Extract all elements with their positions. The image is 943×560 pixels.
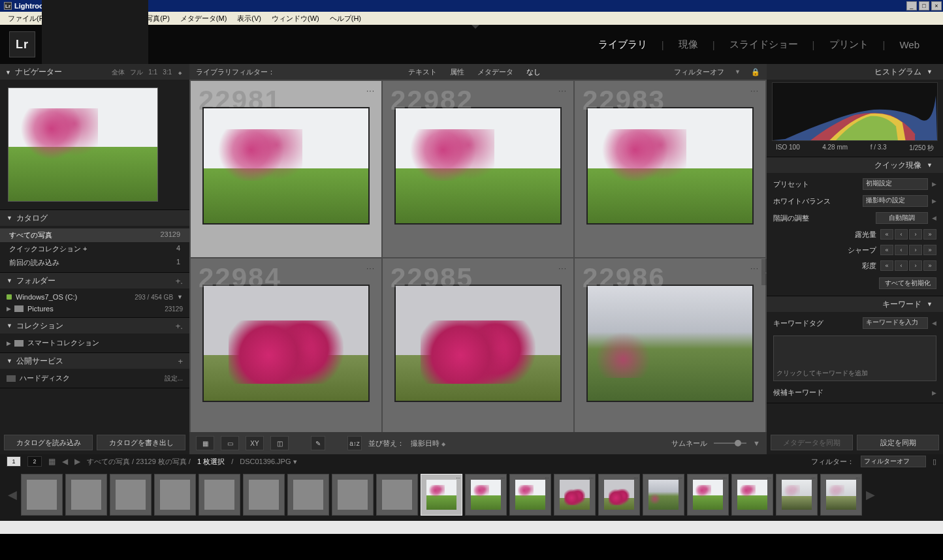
cell-menu-icon[interactable]: ∙∙∙ (545, 475, 549, 481)
zoom-level-option[interactable]: フル (130, 69, 143, 76)
cell-menu-icon[interactable]: ∙∙∙ (722, 475, 727, 481)
grid-icon[interactable]: ▦ (48, 457, 56, 466)
chevron-down-icon[interactable]: ▼ (7, 322, 12, 329)
filmstrip-cell[interactable]: ∙∙∙ (598, 474, 640, 516)
keyword-tag-dropdown[interactable]: キーワードを入力 (863, 317, 928, 329)
smart-collection-row[interactable]: ▶ スマートコレクション (0, 336, 189, 350)
histogram-display[interactable] (772, 82, 938, 141)
thumbnail-size-slider[interactable] (714, 443, 746, 444)
whitebalance-dropdown[interactable]: 撮影時の設定 (863, 195, 928, 207)
filmstrip-cell[interactable] (110, 474, 152, 516)
add-publish-button[interactable]: + (178, 356, 183, 366)
zoom-level-option[interactable]: 全体 (112, 69, 125, 76)
exposure-stepper[interactable]: «‹›» (880, 229, 936, 240)
zoom-level-option[interactable]: 1:1 (148, 69, 157, 76)
right-panel-toggle-icon[interactable]: ▶ (761, 259, 767, 285)
cell-menu-icon[interactable]: ∙∙∙ (366, 86, 375, 95)
lock-icon[interactable]: 🔒 (751, 68, 760, 76)
grid-cell[interactable]: 22982∙∙∙ (383, 81, 573, 257)
chevron-right-icon[interactable]: ▶ (7, 340, 11, 347)
chevron-down-icon[interactable]: ▼ (927, 69, 933, 75)
chevron-down-icon[interactable]: ▼ (7, 215, 12, 221)
chevron-left-icon[interactable]: ◀ (928, 215, 936, 221)
filter-type-button[interactable]: メタデータ (477, 68, 513, 76)
navigator-preview[interactable] (8, 87, 158, 202)
import-catalog-button[interactable]: カタログを読み込み (4, 435, 93, 450)
filmstrip-cell[interactable]: ∙∙∙ (465, 474, 507, 516)
cell-menu-icon[interactable]: ∙∙∙ (678, 475, 682, 481)
publish-setup-button[interactable]: 設定... (165, 374, 183, 383)
thumbnail-image[interactable] (202, 285, 370, 402)
filmstrip-cell[interactable]: ∙∙∙ (776, 474, 818, 516)
filmstrip-cell[interactable]: ∙∙∙ (554, 474, 596, 516)
sort-direction-button[interactable]: a↕z (347, 436, 362, 450)
filmstrip-cell[interactable] (65, 474, 107, 516)
loupe-view-button[interactable]: ▭ (221, 436, 239, 450)
grid-cell[interactable]: 22984∙∙∙ (191, 258, 381, 432)
menu-item[interactable]: メタデータ(M) (175, 12, 232, 25)
filmstrip-cell[interactable]: ∙∙∙ (643, 474, 684, 516)
current-filename[interactable]: DSC01396.JPG ▾ (240, 458, 296, 466)
menu-item[interactable]: ヘルプ(H) (325, 12, 366, 25)
restore-button[interactable]: □ (919, 1, 929, 10)
cell-menu-icon[interactable]: ∙∙∙ (633, 475, 638, 481)
filmstrip-cell[interactable] (332, 474, 374, 516)
volume-row[interactable]: Windows7_OS (C:) 293 / 454 GB ▼ (0, 291, 189, 303)
cell-menu-icon[interactable]: ∙∙∙ (855, 475, 860, 481)
compare-view-button[interactable]: XY (246, 436, 264, 450)
module-tab[interactable]: スライドショー (729, 39, 798, 51)
filmstrip-cell[interactable] (287, 474, 329, 516)
sync-settings-button[interactable]: 設定を同期 (857, 435, 939, 450)
zoom-dropdown-icon[interactable]: ◆ (177, 70, 182, 75)
cell-menu-icon[interactable]: ∙∙∙ (366, 264, 375, 273)
cell-menu-icon[interactable]: ∙∙∙ (500, 475, 505, 481)
cell-menu-icon[interactable]: ∙∙∙ (750, 86, 759, 95)
primary-monitor-button[interactable]: 1 (7, 456, 21, 467)
filmstrip-cell[interactable]: ∙∙∙ (421, 474, 462, 516)
publish-service-row[interactable]: ハードディスク 設定... (0, 371, 189, 385)
sort-field-dropdown[interactable]: 撮影日時 ◆ (411, 439, 445, 448)
filmstrip-cell[interactable]: ∙∙∙ (509, 474, 551, 516)
thumbnail-image[interactable] (586, 285, 754, 402)
nav-forward-button[interactable]: ▶ (74, 457, 80, 466)
filmstrip-cell[interactable]: ∙∙∙ (687, 474, 729, 516)
catalog-item[interactable]: 前回の読み込み1 (0, 256, 189, 270)
nav-back-button[interactable]: ◀ (62, 457, 68, 466)
chevron-down-icon[interactable]: ▼ (735, 69, 741, 75)
chevron-down-icon[interactable]: ▼ (177, 294, 183, 300)
filmstrip-cell[interactable]: ∙∙∙ (820, 474, 862, 516)
chevron-left-icon[interactable]: ◀ (928, 320, 936, 326)
filmstrip-right-arrow[interactable]: ▶ (865, 488, 876, 502)
menu-item[interactable]: 表示(V) (232, 12, 266, 25)
module-tab[interactable]: ライブラリ (598, 39, 647, 51)
filmstrip-cell[interactable]: ∙∙∙ (731, 474, 773, 516)
cell-menu-icon[interactable]: ∙∙∙ (558, 86, 567, 95)
saturate-stepper[interactable]: «‹›» (880, 260, 936, 271)
chevron-down-icon[interactable]: ▼ (5, 69, 11, 76)
filter-off-button[interactable]: フィルターオフ (674, 67, 724, 77)
keyword-input-area[interactable]: クリックしてキーワードを追加 (773, 335, 936, 381)
catalog-item[interactable]: クイックコレクション +4 (0, 242, 189, 256)
filter-type-button[interactable]: テキスト (408, 68, 437, 76)
minimize-button[interactable]: _ (906, 1, 917, 10)
panel-collapse-top-icon[interactable] (472, 25, 479, 29)
cell-menu-icon[interactable]: ∙∙∙ (456, 475, 460, 481)
cell-menu-icon[interactable]: ∙∙∙ (750, 264, 759, 273)
chevron-down-icon[interactable]: ▼ (927, 162, 933, 168)
preset-dropdown[interactable]: 初期設定 (863, 178, 928, 190)
catalog-item[interactable]: すべての写真23129 (0, 228, 189, 242)
filter-type-button[interactable]: なし (526, 68, 541, 76)
filmstrip-cell[interactable] (376, 474, 418, 516)
chevron-down-icon[interactable]: ▼ (7, 358, 12, 364)
chevron-right-icon[interactable]: ▶ (928, 390, 936, 396)
add-collection-button[interactable]: +. (176, 321, 183, 331)
cell-menu-icon[interactable]: ∙∙∙ (811, 475, 816, 481)
grid-view-button[interactable]: ▦ (196, 436, 214, 450)
sync-metadata-button[interactable]: メタデータを同期 (771, 435, 853, 450)
filmstrip-filter-dropdown[interactable]: フィルターオフ (861, 456, 926, 467)
add-folder-button[interactable]: +. (176, 276, 183, 286)
grid-cell[interactable]: 22981∙∙∙ (191, 81, 381, 257)
auto-tone-button[interactable]: 自動階調 (876, 212, 928, 224)
thumbnail-image[interactable] (586, 107, 754, 225)
folder-row[interactable]: ▶ Pictures 23129 (0, 303, 189, 315)
